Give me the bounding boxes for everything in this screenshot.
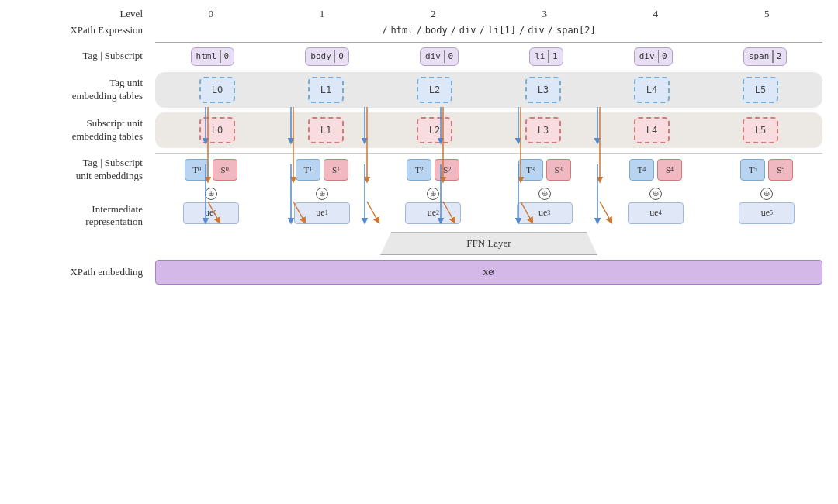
level-5: 5 xyxy=(728,8,805,20)
diagram-container: Level 0 1 2 3 4 5 XPath Expression / htm… xyxy=(0,0,838,504)
ts-sub-4: 0 xyxy=(662,51,667,61)
ue-4: ue4 xyxy=(628,202,684,224)
unit-pair-3: T3 S3 xyxy=(518,159,571,181)
xpath-slash-0: / xyxy=(380,25,389,36)
divider xyxy=(155,42,822,43)
tag-embed-3: L3 xyxy=(525,77,561,103)
plus-row: ⊕ ⊕ ⊕ ⊕ ⊕ ⊕ xyxy=(155,188,822,200)
intermed-wrapper: ⊕ ⊕ ⊕ ⊕ ⊕ ⊕ ue0 ue1 ue2 ue3 ue4 ue5 xyxy=(155,188,822,224)
ts-box-3: li1 xyxy=(529,47,563,66)
xpath-embed-label: XPath embedding xyxy=(16,266,155,279)
tag-subscript-row: Tag | Subscript html0 body0 div0 li1 div… xyxy=(16,47,822,66)
ffn-wrapper: FFN Layer xyxy=(155,232,822,255)
unit-embed-cols: T0 S0 T1 S1 T2 S2 T3 S3 T4 S4 T5 S5 xyxy=(155,159,822,181)
tag-embed-label: Tag unit embedding tables xyxy=(16,77,155,103)
ts-box-1: body0 xyxy=(305,47,349,66)
t-box-0: T0 xyxy=(185,159,210,181)
s-box-3: S3 xyxy=(546,159,571,181)
s-box-5: S5 xyxy=(768,159,793,181)
sub-embed-4: L4 xyxy=(634,117,670,143)
tag-embed-1: L1 xyxy=(308,77,344,103)
plus-0: ⊕ xyxy=(205,188,217,200)
sub-embed-group: L0 L1 L2 L3 L4 L5 xyxy=(155,112,822,148)
plus-1: ⊕ xyxy=(316,188,328,200)
sub-embed-label: Subscript unit embedding tables xyxy=(16,117,155,143)
ts-box-5: span2 xyxy=(743,47,788,66)
intermed-cols: ue0 ue1 ue2 ue3 ue4 ue5 xyxy=(155,202,822,224)
intermed-section: Intermediate representation ⊕ ⊕ ⊕ ⊕ ⊕ ⊕ … xyxy=(16,188,822,230)
unit-pair-1: T1 S1 xyxy=(296,159,348,181)
level-row: Level 0 1 2 3 4 5 xyxy=(16,8,822,21)
t-box-1: T1 xyxy=(296,159,320,181)
ts-sub-3: 1 xyxy=(552,51,558,61)
ts-tag-5: span xyxy=(749,51,770,61)
xpath-row: XPath Expression / html / body / div / l… xyxy=(16,24,822,37)
ts-tag-2: div xyxy=(425,51,441,61)
xpath-li: li[1] xyxy=(487,25,518,36)
s-box-1: S1 xyxy=(324,159,348,181)
sub-embed-0: L0 xyxy=(199,117,235,143)
tag-subscript-label: Tag | Subscript xyxy=(16,50,155,63)
xpath-slash-4: / xyxy=(518,25,526,36)
sub-embed-row: Subscript unit embedding tables L0 L1 L2… xyxy=(16,112,822,148)
sub-embed-3: L3 xyxy=(525,117,561,143)
ts-tag-4: div xyxy=(639,51,655,61)
ts-tag-3: li xyxy=(535,51,545,61)
sub-embed-1: L1 xyxy=(308,117,344,143)
ts-sub-1: 0 xyxy=(338,51,344,61)
xpath-embed-row: XPath embedding xei xyxy=(16,260,822,285)
tag-embed-4: L4 xyxy=(634,77,670,103)
unit-embed-label: Tag | Subscript unit embeddings xyxy=(16,157,155,183)
ue-2: ue2 xyxy=(405,202,461,224)
intermed-label: Intermediate representation xyxy=(16,188,155,230)
t-box-4: T4 xyxy=(629,159,654,181)
mid-divider xyxy=(155,153,822,154)
t-box-3: T3 xyxy=(518,159,543,181)
xpath-span: span[2] xyxy=(555,25,597,36)
xpath-div2: div xyxy=(526,25,546,36)
xpath-expression: / html / body / div / li[1] / div / span… xyxy=(155,25,822,36)
tag-embed-5: L5 xyxy=(743,77,778,103)
plus-2: ⊕ xyxy=(427,188,439,200)
unit-pair-5: T5 S5 xyxy=(740,159,793,181)
plus-3: ⊕ xyxy=(538,188,551,200)
ts-sub-5: 2 xyxy=(777,51,782,61)
ts-box-2: div0 xyxy=(420,47,459,66)
s-box-0: S0 xyxy=(213,159,237,181)
ue-5: ue5 xyxy=(739,202,795,224)
unit-pair-4: T4 S4 xyxy=(629,159,682,181)
s-box-2: S2 xyxy=(435,159,459,181)
level-0: 0 xyxy=(172,8,250,20)
xpath-label: XPath Expression xyxy=(16,24,155,37)
ts-box-0: html0 xyxy=(191,47,235,66)
plus-5: ⊕ xyxy=(760,188,773,200)
xpath-slash-2: / xyxy=(449,25,458,36)
ffn-row: FFN Layer xyxy=(16,232,822,255)
level-4: 4 xyxy=(617,8,694,20)
level-2: 2 xyxy=(394,8,472,20)
tag-embed-group: L0 L1 L2 L3 L4 L5 xyxy=(155,72,822,108)
ffn-box: FFN Layer xyxy=(380,232,597,255)
level-1: 1 xyxy=(283,8,361,20)
ts-box-4: div0 xyxy=(634,47,673,66)
tag-embed-0: L0 xyxy=(199,77,235,103)
unit-pair-0: T0 S0 xyxy=(185,159,237,181)
xpath-slash-1: / xyxy=(414,25,423,36)
ts-sub-0: 0 xyxy=(224,51,230,61)
xpath-slash-3: / xyxy=(478,25,487,36)
xpath-html: html xyxy=(390,25,415,36)
ts-sub-2: 0 xyxy=(448,51,453,61)
level-label: Level xyxy=(16,8,155,21)
tag-embed-row: Tag unit embedding tables L0 L1 L2 L3 L4… xyxy=(16,72,822,108)
sub-embed-5: L5 xyxy=(743,117,778,143)
xpath-slash-5: / xyxy=(546,25,555,36)
ue-1: ue1 xyxy=(294,202,350,224)
unit-embed-row: Tag | Subscript unit embeddings T0 S0 T1… xyxy=(16,157,822,183)
sub-embed-2: L2 xyxy=(417,117,452,143)
xpath-body: body xyxy=(424,25,449,36)
t-box-5: T5 xyxy=(740,159,765,181)
xpath-div: div xyxy=(458,25,478,36)
ue-3: ue3 xyxy=(517,202,573,224)
ue-0: ue0 xyxy=(183,202,239,224)
t-box-2: T2 xyxy=(407,159,431,181)
